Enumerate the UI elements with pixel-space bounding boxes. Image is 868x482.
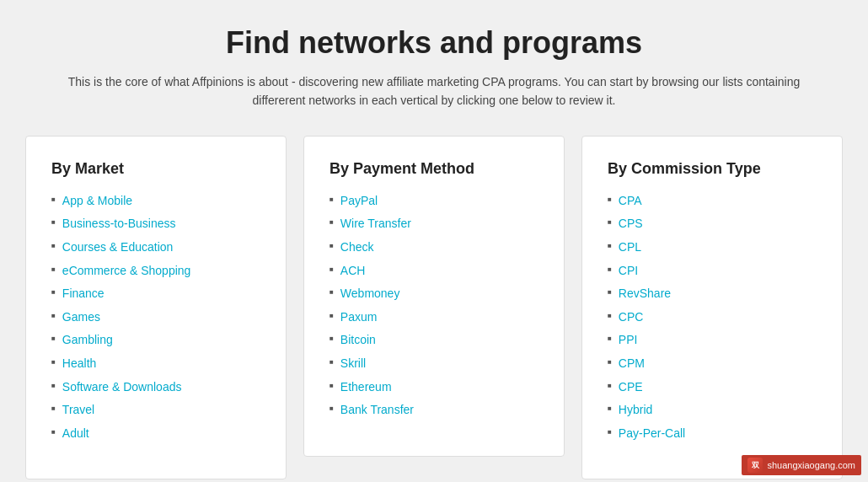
list-item: Adult <box>51 426 260 442</box>
list-item: CPI <box>608 263 817 280</box>
list-item: Bank Transfer <box>330 402 538 419</box>
list-item: RevShare <box>608 286 817 303</box>
cards-row: By MarketApp & MobileBusiness-to-Busines… <box>17 136 851 480</box>
list-item: Check <box>330 239 538 256</box>
list-item-link[interactable]: Gambling <box>62 332 113 349</box>
list-item: Pay-Per-Call <box>608 426 817 442</box>
page-wrapper: Find networks and programs This is the c… <box>0 0 868 482</box>
list-item-link[interactable]: Finance <box>62 286 104 303</box>
list-item: eCommerce & Shopping <box>51 263 260 280</box>
list-item-link[interactable]: Skrill <box>340 356 366 372</box>
watermark-text: shuangxiaogang.com <box>767 460 855 470</box>
watermark-icon: 双 <box>747 458 763 473</box>
card-title-by-payment-method: By Payment Method <box>330 160 538 178</box>
list-item: Travel <box>51 402 260 419</box>
list-item-link[interactable]: PPI <box>619 332 638 349</box>
list-item: App & Mobile <box>51 193 260 210</box>
card-list-by-payment-method: PayPalWire TransferCheckACHWebmoneyPaxum… <box>330 193 538 419</box>
list-item: ACH <box>330 263 538 280</box>
list-item-link[interactable]: CPA <box>619 193 642 210</box>
list-item: Skrill <box>330 356 538 372</box>
list-item-link[interactable]: Courses & Education <box>62 239 174 256</box>
list-item: Gambling <box>51 332 260 349</box>
list-item-link[interactable]: Travel <box>62 402 94 419</box>
list-item: Games <box>51 309 260 326</box>
list-item-link[interactable]: App & Mobile <box>62 193 132 210</box>
list-item: CPL <box>608 239 817 256</box>
list-item: PayPal <box>330 193 538 210</box>
list-item: Webmoney <box>330 286 538 303</box>
list-item: Paxum <box>330 309 538 326</box>
list-item: CPC <box>608 309 817 326</box>
list-item: Business-to-Business <box>51 216 260 233</box>
list-item: Courses & Education <box>51 239 260 256</box>
card-by-payment-method: By Payment MethodPayPalWire TransferChec… <box>303 136 565 457</box>
list-item-link[interactable]: Ethereum <box>340 379 392 396</box>
list-item-link[interactable]: CPM <box>619 356 645 372</box>
card-list-by-market: App & MobileBusiness-to-BusinessCourses … <box>51 193 260 442</box>
card-by-commission-type: By Commission TypeCPACPSCPLCPIRevShareCP… <box>581 136 843 480</box>
list-item: Hybrid <box>608 402 817 419</box>
list-item-link[interactable]: Webmoney <box>340 286 400 303</box>
list-item-link[interactable]: PayPal <box>340 193 378 210</box>
list-item-link[interactable]: Wire Transfer <box>340 216 411 233</box>
card-title-by-commission-type: By Commission Type <box>608 160 817 178</box>
list-item-link[interactable]: eCommerce & Shopping <box>62 263 191 280</box>
list-item: Wire Transfer <box>330 216 538 233</box>
list-item: CPS <box>608 216 817 233</box>
list-item: Software & Downloads <box>51 379 260 396</box>
list-item: PPI <box>608 332 817 349</box>
page-title: Find networks and programs <box>17 25 851 61</box>
list-item-link[interactable]: CPL <box>619 239 641 256</box>
list-item-link[interactable]: Bank Transfer <box>340 402 414 419</box>
list-item-link[interactable]: Games <box>62 309 100 326</box>
list-item-link[interactable]: Business-to-Business <box>62 216 176 233</box>
list-item-link[interactable]: CPI <box>619 263 638 280</box>
page-subtitle: This is the core of what Affpinions is a… <box>55 72 813 110</box>
card-by-market: By MarketApp & MobileBusiness-to-Busines… <box>25 136 287 480</box>
list-item: CPA <box>608 193 817 210</box>
list-item-link[interactable]: Software & Downloads <box>62 379 182 396</box>
card-title-by-market: By Market <box>51 160 260 178</box>
card-list-by-commission-type: CPACPSCPLCPIRevShareCPCPPICPMCPEHybridPa… <box>608 193 817 442</box>
watermark: 双 shuangxiaogang.com <box>742 455 861 475</box>
list-item: CPE <box>608 379 817 396</box>
list-item-link[interactable]: CPS <box>619 216 643 233</box>
list-item-link[interactable]: Adult <box>62 426 89 442</box>
list-item-link[interactable]: Check <box>340 239 374 256</box>
list-item-link[interactable]: Hybrid <box>619 402 652 419</box>
list-item-link[interactable]: Bitcoin <box>340 332 376 349</box>
list-item-link[interactable]: RevShare <box>619 286 671 303</box>
list-item-link[interactable]: Paxum <box>340 309 378 326</box>
list-item-link[interactable]: Health <box>62 356 96 372</box>
list-item-link[interactable]: CPC <box>619 309 644 326</box>
list-item-link[interactable]: CPE <box>619 379 643 396</box>
list-item: CPM <box>608 356 817 372</box>
list-item-link[interactable]: Pay-Per-Call <box>619 426 685 442</box>
list-item: Ethereum <box>330 379 538 396</box>
list-item-link[interactable]: ACH <box>340 263 366 280</box>
list-item: Health <box>51 356 260 372</box>
list-item: Bitcoin <box>330 332 538 349</box>
list-item: Finance <box>51 286 260 303</box>
